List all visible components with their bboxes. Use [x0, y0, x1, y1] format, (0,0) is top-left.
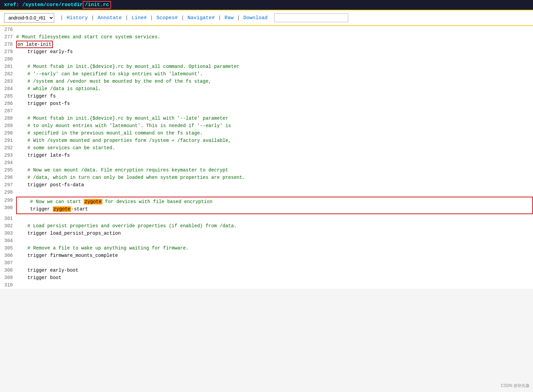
table-row: 278 on late-init: [0, 41, 533, 48]
line-content: trigger load_persist_props_action: [16, 230, 533, 237]
line-number: 297: [0, 181, 16, 189]
table-row: 280: [0, 55, 533, 63]
line-number: 277: [0, 33, 16, 41]
line-content: # Mount fstab in init.{$device}.rc by mo…: [16, 63, 533, 70]
line-number: 309: [0, 274, 16, 281]
table-row: 286 trigger post-fs: [0, 100, 533, 107]
toolbar-download-link[interactable]: Download: [241, 14, 270, 22]
line-number: 281: [0, 63, 16, 70]
table-row: 301: [0, 215, 533, 222]
line-content: trigger fs: [16, 92, 533, 100]
line-content: trigger boot: [16, 274, 533, 281]
table-row: 297 trigger post-fs-data: [0, 181, 533, 189]
line-content: trigger post-fs: [16, 100, 533, 107]
line-number: 306: [0, 252, 16, 259]
line-number: 276: [0, 26, 16, 33]
line-number: 280: [0, 55, 16, 63]
table-row: 307: [0, 259, 533, 267]
line-number: 301: [0, 215, 16, 222]
table-row: 305 # Remove a file to wake up anything …: [0, 244, 533, 252]
line-number: 307: [0, 259, 16, 267]
line-number: 294: [0, 159, 16, 166]
toolbar-annotate-link[interactable]: Annotate: [95, 14, 125, 22]
table-row: 288 # Mount fstab in init.{$device}.rc b…: [0, 115, 533, 122]
line-content: on late-init: [16, 41, 533, 48]
line-content: # some services can be started.: [16, 144, 533, 152]
line-number: 298: [0, 189, 16, 196]
line-number: 293: [0, 152, 16, 159]
line-content: # while /data is optional.: [16, 85, 533, 92]
line-number: 308: [0, 267, 16, 274]
table-row: 282 # '--early' can be specified to skip…: [0, 70, 533, 78]
line-number: 303: [0, 230, 16, 237]
line-number: 310: [0, 281, 16, 289]
line-content: # Load persist properties and override p…: [16, 222, 533, 230]
line-content: trigger post-fs-data: [16, 181, 533, 189]
line-number: 288: [0, 115, 16, 122]
table-row: 302 # Load persist properties and overri…: [0, 222, 533, 230]
version-select[interactable]: android-9.0.0_r61: [4, 13, 54, 23]
line-number: 295: [0, 166, 16, 174]
table-row: 287: [0, 107, 533, 115]
table-row: 306 trigger firmware_mounts_complete: [0, 252, 533, 259]
table-row: 296 # /data, which in turn can only be l…: [0, 174, 533, 181]
toolbar-lineno-link[interactable]: Line#: [129, 14, 149, 22]
line-content: # to only mount entries with 'latemount'…: [16, 122, 533, 129]
line-number: 285: [0, 92, 16, 100]
line-content: trigger early-boot: [16, 267, 533, 274]
watermark: CSDN @孙先森: [501, 383, 530, 389]
line-number: 304: [0, 237, 16, 244]
toolbar-history-link[interactable]: History: [64, 14, 91, 22]
table-row: 276: [0, 26, 533, 33]
sep-6: |: [218, 15, 221, 21]
line-number: 305: [0, 244, 16, 252]
line-content: trigger firmware_mounts_complete: [16, 252, 533, 259]
line-content: # Mount filesystems and start core syste…: [16, 33, 533, 41]
table-row: 279 trigger early-fs: [0, 48, 533, 55]
line-content: # Now we can start zygote for devices wi…: [19, 198, 530, 205]
line-number: 300: [0, 204, 16, 211]
line-number: 287: [0, 107, 16, 115]
toolbar: android-9.0.0_r61 | History | Annotate |…: [0, 10, 533, 26]
on-late-init-highlight: on late-init: [16, 41, 53, 48]
line-number: 282: [0, 70, 16, 78]
zygote-box: # Now we can start zygote for devices wi…: [16, 197, 533, 214]
table-row: 310: [0, 281, 533, 289]
sep-1: |: [60, 15, 63, 21]
toolbar-scopes-link[interactable]: Scopes#: [154, 14, 180, 22]
code-area: 276 277 # Mount filesystems and start co…: [0, 26, 533, 289]
line-content: # '--early' can be specified to skip ent…: [16, 70, 533, 78]
line-number: 291: [0, 137, 16, 144]
path-text: xref: /system/core/rootdir: [4, 2, 83, 8]
line-number: 299: [0, 197, 16, 204]
line-number: 292: [0, 144, 16, 152]
line-content: # With /system mounted and properties fo…: [16, 137, 533, 144]
zygote-keyword-trigger: zygote: [53, 206, 71, 212]
sep-2: |: [91, 15, 94, 21]
line-number: 283: [0, 78, 16, 85]
path-highlight: /init.rc: [83, 1, 111, 9]
toolbar-raw-link[interactable]: Raw: [222, 14, 236, 22]
line-number: 296: [0, 174, 16, 181]
table-row: 284 # while /data is optional.: [0, 85, 533, 92]
zygote-highlight-group: 299 300 # Now we can start zygote for de…: [0, 197, 533, 214]
table-row: 292 # some services can be started.: [0, 144, 533, 152]
table-row: 303 trigger load_persist_props_action: [0, 230, 533, 237]
line-content: # specified in the previous mount_all co…: [16, 129, 533, 137]
table-row: 283 # /system and /vendor must be mounte…: [0, 78, 533, 85]
line-content: # /system and /vendor must be mounted by…: [16, 78, 533, 85]
line-nums-299-300: 299 300: [0, 197, 16, 214]
toolbar-navigate-link[interactable]: Navigate#: [185, 14, 217, 22]
sep-3: |: [125, 15, 128, 21]
table-row: 294: [0, 159, 533, 166]
sep-7: |: [237, 15, 240, 21]
line-number: 278: [0, 41, 16, 48]
line-number: 290: [0, 129, 16, 137]
line-content: trigger zygote-start: [19, 205, 530, 213]
line-content: # Now we can mount /data. File encryptio…: [16, 166, 533, 174]
line-number: 286: [0, 100, 16, 107]
table-row: 277 # Mount filesystems and start core s…: [0, 33, 533, 41]
search-input[interactable]: [274, 13, 348, 22]
line-content: # Remove a file to wake up anything wait…: [16, 244, 533, 252]
line-number: 289: [0, 122, 16, 129]
